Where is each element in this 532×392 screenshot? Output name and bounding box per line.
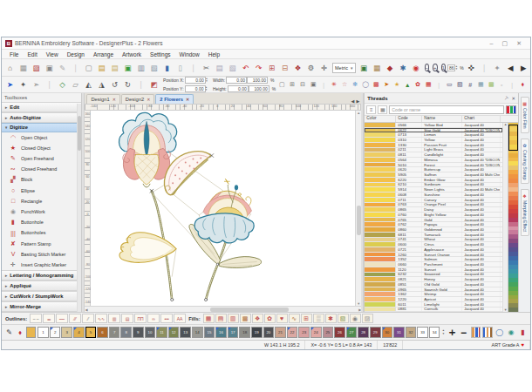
palette-swatch[interactable]: 19 — [251, 327, 263, 338]
wrench-icon[interactable]: ✛ — [317, 62, 331, 74]
design-canvas[interactable] — [91, 111, 355, 306]
open-recent-icon[interactable]: ▤ — [108, 62, 121, 74]
palette-swatch[interactable]: 11 — [156, 327, 167, 338]
freehand-select-icon[interactable]: ➣ — [30, 78, 43, 91]
recolor-icon[interactable]: ◩ — [147, 78, 160, 91]
zoom-level-field[interactable]: 86 — [447, 64, 456, 71]
palette-swatch[interactable]: 32 — [406, 327, 417, 338]
separator[interactable]: | — [433, 78, 444, 91]
scroll-up-icon[interactable]: ▲ — [357, 111, 360, 115]
toolbox-tool[interactable]: ◉ PunchWork — [2, 206, 81, 217]
card-writer-icon[interactable]: ▯ — [174, 62, 187, 74]
lock-icon[interactable]: ▣ — [308, 78, 318, 91]
fill-cross-icon[interactable]: ▨ — [362, 314, 373, 323]
list-view-icon[interactable]: ≡ — [366, 105, 376, 114]
separator[interactable]: | — [478, 62, 491, 74]
cube-icon[interactable]: ▧ — [454, 78, 465, 91]
eyedropper-icon[interactable]: ✎ — [4, 327, 14, 338]
redo-icon[interactable]: ↷ — [252, 62, 265, 74]
color-wheel-icon[interactable]: ◯ — [494, 327, 504, 338]
insert-embroidery-icon[interactable]: ⊞ — [265, 62, 278, 74]
outline-backstitch-icon[interactable]: ⁄⁄ — [82, 314, 94, 323]
transform-icon[interactable]: ▱ — [69, 78, 82, 91]
thread-color-strip[interactable] — [508, 123, 518, 312]
docked-tab[interactable]: ✿ Carving Stamp — [521, 139, 529, 184]
outline-sculpture-icon[interactable]: ╍╍ — [56, 314, 68, 323]
toolbox-tool[interactable]: ✛ Insert Graphic Marker — [2, 260, 81, 270]
docked-tab[interactable]: ▦ Color Film — [521, 97, 529, 133]
palette-swatch[interactable]: 4 — [73, 327, 85, 338]
select-object-icon[interactable]: ➤ — [3, 78, 17, 91]
palette-swatch[interactable]: 3 — [61, 327, 72, 338]
new-design-icon[interactable]: ▢ — [82, 62, 95, 74]
column-chart[interactable]: Chart — [462, 116, 501, 122]
palette-swatch[interactable]: 25 — [323, 327, 334, 338]
arrow-ne-icon[interactable]: ➤ — [381, 78, 392, 91]
auto-view-icon[interactable]: ✦ — [491, 62, 504, 74]
document-tab[interactable]: Design2 ✕ — [121, 94, 154, 104]
bucket-pencil-icon[interactable]: ⬧ — [517, 78, 528, 91]
rotate-right-icon[interactable]: ↻ — [121, 78, 134, 91]
toolbox-tool[interactable]: V Basting Stitch Marker — [2, 249, 81, 260]
position-x-field[interactable]: 0.00 — [185, 77, 206, 84]
palette-swatch[interactable]: 5 — [85, 327, 97, 338]
palette-swatch[interactable]: 28 — [358, 327, 369, 338]
save-design-icon[interactable]: ▣ — [121, 62, 134, 74]
outline-wave-icon[interactable]: ∿∿ — [95, 314, 107, 323]
separator[interactable]: | — [43, 78, 56, 91]
polygon-select-icon[interactable]: ✦ — [17, 78, 30, 91]
toolbox-section[interactable]: ▸ Appliqué — [2, 280, 81, 291]
paint-bucket-icon[interactable]: ⬧ — [15, 327, 24, 338]
show-photo-icon[interactable]: ▦ — [371, 62, 384, 74]
grid-view-icon[interactable]: ▦ — [378, 105, 387, 114]
ungroup-icon[interactable]: ⊟ — [297, 78, 308, 91]
separator[interactable]: | — [318, 78, 329, 91]
document-tab[interactable]: 2 Flowers ✕ — [155, 94, 194, 104]
toolbox-tool[interactable]: ✎ Open Freehand — [2, 153, 81, 164]
menu-item[interactable]: Settings — [146, 51, 175, 57]
toolbox-tool[interactable]: ◠ Open Object — [2, 132, 81, 143]
measurement-units-dropdown[interactable]: Metric▾ — [332, 63, 356, 73]
zoom-1to1-icon[interactable]: 1 — [441, 64, 446, 71]
toolbox-tool[interactable]: ▞ Block — [2, 174, 81, 185]
fill-stipple-icon[interactable]: ▒ — [313, 314, 324, 323]
column-color[interactable]: Color — [365, 116, 396, 122]
zoom-spinner[interactable]: ▴▾ — [455, 65, 457, 71]
palette-swatch[interactable]: 20 — [263, 327, 275, 338]
zoom-out-icon[interactable]: − — [425, 64, 430, 71]
palette-swatch[interactable]: 1 — [38, 327, 49, 338]
menu-item[interactable]: File — [5, 51, 23, 57]
palette-swatch[interactable]: 22 — [287, 327, 298, 338]
palette-swatch[interactable]: 14 — [192, 327, 203, 338]
gear-icon[interactable]: ⚙ — [304, 62, 317, 74]
palette-swatch[interactable]: 33 — [417, 327, 428, 338]
toolbox-tool[interactable]: ✘ Pattern Stamp — [2, 238, 81, 248]
palette-swatch[interactable]: 24 — [310, 327, 322, 338]
cut-icon[interactable]: ✂ — [200, 62, 213, 74]
palette-swatch[interactable]: 30 — [382, 327, 393, 338]
maximize-button[interactable]: ▢ — [502, 40, 508, 47]
fireworks-icon[interactable]: ✳ — [329, 78, 339, 91]
circle-outline-icon[interactable]: ◯ — [360, 78, 371, 91]
print-icon[interactable]: ▥ — [134, 62, 147, 74]
stitch-player-icon[interactable]: ◉ — [410, 62, 423, 74]
outline-motif-icon[interactable]: ∞ — [147, 314, 160, 323]
toolbox-section[interactable]: ▸ Auto-Digitize — [2, 112, 81, 123]
palette-swatch[interactable]: 10 — [145, 327, 156, 338]
print-preview-icon[interactable]: ▧ — [147, 62, 160, 74]
palette-swatch[interactable]: 17 — [228, 327, 239, 338]
toolbox-section[interactable]: ▸ Edit — [2, 102, 81, 112]
toolbox-tool[interactable]: □ Rectangle — [2, 196, 81, 206]
palette-swatch[interactable]: 2 — [50, 327, 61, 338]
palette-swatch[interactable]: 15 — [204, 327, 215, 338]
toolbox-section[interactable]: ▸ Mirror-Merge — [2, 301, 81, 312]
palette-swatch[interactable]: 31 — [393, 327, 405, 338]
palette-swatch[interactable]: 8 — [120, 327, 132, 338]
tab-close-icon[interactable]: ✕ — [186, 97, 189, 102]
palette-swatch[interactable]: 27 — [346, 327, 358, 338]
outline-letters-icon[interactable]: AA — [174, 314, 186, 323]
paste-icon[interactable]: ▧ — [226, 62, 239, 74]
palette-spinner[interactable]: ▴▾ — [442, 329, 444, 335]
fill-satin-icon[interactable]: ▥ — [228, 314, 239, 323]
outline-zigzag-icon[interactable]: ⁄⁄⁄ — [69, 314, 81, 323]
